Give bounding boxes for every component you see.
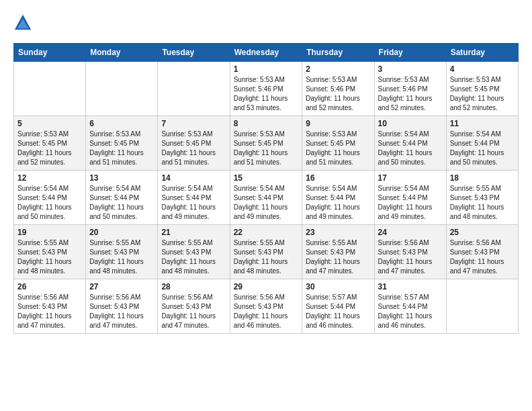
calendar-cell: 15Sunrise: 5:54 AM Sunset: 5:44 PM Dayli… <box>230 171 302 225</box>
calendar-cell: 31Sunrise: 5:57 AM Sunset: 5:44 PM Dayli… <box>374 279 446 334</box>
calendar-cell: 25Sunrise: 5:56 AM Sunset: 5:43 PM Dayli… <box>446 225 518 279</box>
day-info: Sunrise: 5:53 AM Sunset: 5:45 PM Dayligh… <box>450 75 515 113</box>
header-monday: Monday <box>86 44 158 62</box>
day-info: Sunrise: 5:56 AM Sunset: 5:43 PM Dayligh… <box>161 293 226 330</box>
calendar-cell: 19Sunrise: 5:55 AM Sunset: 5:43 PM Dayli… <box>14 225 86 279</box>
calendar-cell: 1Sunrise: 5:53 AM Sunset: 5:46 PM Daylig… <box>230 62 302 116</box>
calendar-cell <box>14 62 86 116</box>
day-number: 21 <box>161 228 226 237</box>
day-number: 5 <box>17 119 82 128</box>
day-number: 19 <box>17 228 82 237</box>
day-number: 30 <box>306 282 370 291</box>
calendar-cell: 17Sunrise: 5:54 AM Sunset: 5:44 PM Dayli… <box>374 171 446 225</box>
day-info: Sunrise: 5:57 AM Sunset: 5:44 PM Dayligh… <box>306 293 370 330</box>
calendar-cell: 16Sunrise: 5:54 AM Sunset: 5:44 PM Dayli… <box>302 171 374 225</box>
day-number: 28 <box>161 282 226 291</box>
day-info: Sunrise: 5:53 AM Sunset: 5:45 PM Dayligh… <box>306 130 370 167</box>
calendar-body: 1Sunrise: 5:53 AM Sunset: 5:46 PM Daylig… <box>14 62 519 334</box>
day-info: Sunrise: 5:56 AM Sunset: 5:43 PM Dayligh… <box>89 293 154 330</box>
day-number: 22 <box>234 228 299 237</box>
day-number: 18 <box>450 173 515 183</box>
calendar-cell: 20Sunrise: 5:55 AM Sunset: 5:43 PM Dayli… <box>86 225 158 279</box>
day-number: 25 <box>450 228 515 237</box>
header-tuesday: Tuesday <box>158 44 230 62</box>
day-info: Sunrise: 5:53 AM Sunset: 5:46 PM Dayligh… <box>378 75 443 113</box>
calendar-cell: 2Sunrise: 5:53 AM Sunset: 5:46 PM Daylig… <box>302 62 374 116</box>
day-number: 17 <box>378 173 443 183</box>
calendar-cell: 14Sunrise: 5:54 AM Sunset: 5:44 PM Dayli… <box>158 171 230 225</box>
calendar-cell <box>158 62 230 116</box>
calendar-cell <box>86 62 158 116</box>
day-number: 3 <box>378 64 443 74</box>
day-info: Sunrise: 5:56 AM Sunset: 5:43 PM Dayligh… <box>450 238 515 276</box>
calendar-cell: 5Sunrise: 5:53 AM Sunset: 5:45 PM Daylig… <box>14 116 86 171</box>
logo <box>13 13 35 32</box>
calendar-cell: 9Sunrise: 5:53 AM Sunset: 5:45 PM Daylig… <box>302 116 374 171</box>
calendar-table: SundayMondayTuesdayWednesdayThursdayFrid… <box>13 43 519 334</box>
calendar-cell: 18Sunrise: 5:55 AM Sunset: 5:43 PM Dayli… <box>446 171 518 225</box>
week-row-3: 12Sunrise: 5:54 AM Sunset: 5:44 PM Dayli… <box>14 171 519 225</box>
day-number: 7 <box>161 119 226 128</box>
week-row-4: 19Sunrise: 5:55 AM Sunset: 5:43 PM Dayli… <box>14 225 519 279</box>
calendar-cell: 22Sunrise: 5:55 AM Sunset: 5:43 PM Dayli… <box>230 225 302 279</box>
day-info: Sunrise: 5:53 AM Sunset: 5:45 PM Dayligh… <box>17 130 82 167</box>
day-number: 26 <box>17 282 82 291</box>
day-number: 29 <box>234 282 299 291</box>
day-info: Sunrise: 5:54 AM Sunset: 5:44 PM Dayligh… <box>17 184 82 222</box>
day-number: 31 <box>378 282 443 291</box>
calendar-cell: 27Sunrise: 5:56 AM Sunset: 5:43 PM Dayli… <box>86 279 158 334</box>
day-number: 14 <box>161 173 226 183</box>
day-info: Sunrise: 5:56 AM Sunset: 5:43 PM Dayligh… <box>234 293 299 330</box>
day-number: 1 <box>234 64 299 74</box>
header-wednesday: Wednesday <box>230 44 302 62</box>
day-number: 4 <box>450 64 515 74</box>
day-info: Sunrise: 5:55 AM Sunset: 5:43 PM Dayligh… <box>234 238 299 276</box>
day-info: Sunrise: 5:53 AM Sunset: 5:45 PM Dayligh… <box>89 130 154 167</box>
day-number: 6 <box>89 119 154 128</box>
calendar-cell: 3Sunrise: 5:53 AM Sunset: 5:46 PM Daylig… <box>374 62 446 116</box>
calendar-cell: 30Sunrise: 5:57 AM Sunset: 5:44 PM Dayli… <box>302 279 374 334</box>
header-saturday: Saturday <box>446 44 518 62</box>
day-info: Sunrise: 5:56 AM Sunset: 5:43 PM Dayligh… <box>378 238 443 276</box>
day-info: Sunrise: 5:54 AM Sunset: 5:44 PM Dayligh… <box>89 184 154 222</box>
calendar-cell: 26Sunrise: 5:56 AM Sunset: 5:43 PM Dayli… <box>14 279 86 334</box>
day-number: 11 <box>450 119 515 128</box>
day-number: 12 <box>17 173 82 183</box>
calendar-cell: 10Sunrise: 5:54 AM Sunset: 5:44 PM Dayli… <box>374 116 446 171</box>
calendar-cell: 7Sunrise: 5:53 AM Sunset: 5:45 PM Daylig… <box>158 116 230 171</box>
header-friday: Friday <box>374 44 446 62</box>
day-number: 27 <box>89 282 154 291</box>
calendar-cell: 6Sunrise: 5:53 AM Sunset: 5:45 PM Daylig… <box>86 116 158 171</box>
week-row-5: 26Sunrise: 5:56 AM Sunset: 5:43 PM Dayli… <box>14 279 519 334</box>
day-info: Sunrise: 5:54 AM Sunset: 5:44 PM Dayligh… <box>450 130 515 167</box>
day-number: 9 <box>306 119 370 128</box>
day-number: 8 <box>234 119 299 128</box>
day-number: 20 <box>89 228 154 237</box>
day-info: Sunrise: 5:54 AM Sunset: 5:44 PM Dayligh… <box>234 184 299 222</box>
day-number: 23 <box>306 228 370 237</box>
header-thursday: Thursday <box>302 44 374 62</box>
day-info: Sunrise: 5:54 AM Sunset: 5:44 PM Dayligh… <box>378 184 443 222</box>
calendar-header: SundayMondayTuesdayWednesdayThursdayFrid… <box>14 44 519 62</box>
day-info: Sunrise: 5:53 AM Sunset: 5:45 PM Dayligh… <box>161 130 226 167</box>
day-number: 16 <box>306 173 370 183</box>
header-sunday: Sunday <box>14 44 86 62</box>
day-info: Sunrise: 5:56 AM Sunset: 5:43 PM Dayligh… <box>17 293 82 330</box>
day-info: Sunrise: 5:54 AM Sunset: 5:44 PM Dayligh… <box>306 184 370 222</box>
logo-icon <box>13 13 32 32</box>
day-info: Sunrise: 5:55 AM Sunset: 5:43 PM Dayligh… <box>306 238 370 276</box>
calendar-cell: 12Sunrise: 5:54 AM Sunset: 5:44 PM Dayli… <box>14 171 86 225</box>
calendar-cell: 24Sunrise: 5:56 AM Sunset: 5:43 PM Dayli… <box>374 225 446 279</box>
day-info: Sunrise: 5:55 AM Sunset: 5:43 PM Dayligh… <box>161 238 226 276</box>
calendar-cell: 4Sunrise: 5:53 AM Sunset: 5:45 PM Daylig… <box>446 62 518 116</box>
page-header <box>13 13 519 32</box>
calendar-cell: 8Sunrise: 5:53 AM Sunset: 5:45 PM Daylig… <box>230 116 302 171</box>
day-info: Sunrise: 5:55 AM Sunset: 5:43 PM Dayligh… <box>17 238 82 276</box>
day-info: Sunrise: 5:53 AM Sunset: 5:46 PM Dayligh… <box>234 75 299 113</box>
calendar-cell: 21Sunrise: 5:55 AM Sunset: 5:43 PM Dayli… <box>158 225 230 279</box>
day-number: 24 <box>378 228 443 237</box>
calendar-cell: 13Sunrise: 5:54 AM Sunset: 5:44 PM Dayli… <box>86 171 158 225</box>
day-info: Sunrise: 5:55 AM Sunset: 5:43 PM Dayligh… <box>450 184 515 222</box>
day-number: 15 <box>234 173 299 183</box>
day-info: Sunrise: 5:55 AM Sunset: 5:43 PM Dayligh… <box>89 238 154 276</box>
